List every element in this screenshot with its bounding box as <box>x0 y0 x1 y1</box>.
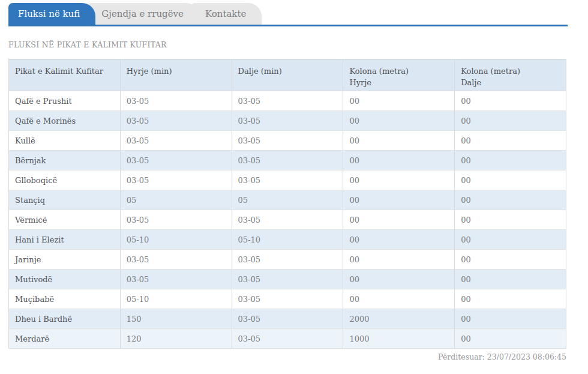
crossing-name-cell: Qafë e Morinës <box>9 111 121 131</box>
table-row: Dheu i Bardhë15003-05200000 <box>9 309 566 329</box>
column-header-crossing-points: Pikat e Kalimit Kufitar <box>9 59 121 91</box>
table-row: Mutivodë03-0503-050000 <box>9 270 566 289</box>
value-cell: 03-05 <box>120 131 232 151</box>
value-cell: 03-05 <box>232 91 343 111</box>
value-cell: 00 <box>455 270 566 289</box>
value-cell: 00 <box>343 151 455 170</box>
value-cell: 00 <box>455 329 566 349</box>
crossing-name-cell: Merdarë <box>9 329 121 349</box>
value-cell: 00 <box>455 190 566 210</box>
page-title: FLUKSI NË PIKAT E KALIMIT KUFITAR <box>8 40 568 49</box>
table-body: Qafë e Prushit03-0503-050000Qafë e Morin… <box>9 91 566 349</box>
crossing-name-cell: Vërmicë <box>9 210 121 230</box>
value-cell: 03-05 <box>232 250 343 270</box>
value-cell: 00 <box>455 91 566 111</box>
value-cell: 00 <box>455 170 566 190</box>
value-cell: 00 <box>455 289 566 309</box>
value-cell: 05 <box>120 190 232 210</box>
table-row: Qafë e Morinës03-0503-050000 <box>9 111 566 131</box>
column-header-queue-entry: Kolona (metra) Hyrje <box>343 59 455 91</box>
value-cell: 00 <box>343 270 455 289</box>
value-cell: 120 <box>120 329 232 349</box>
value-cell: 00 <box>343 210 455 230</box>
table-row: Bërnjak03-0503-050000 <box>9 151 566 170</box>
last-updated-text: Përditesuar: 23/07/2023 08:06:45 <box>8 352 566 361</box>
table-header: Pikat e Kalimit Kufitar Hyrje (min) Dalj… <box>9 59 566 91</box>
value-cell: 03-05 <box>120 170 232 190</box>
value-cell: 03-05 <box>232 289 343 309</box>
tab-label: Fluksi në kufi <box>18 8 80 19</box>
value-cell: 00 <box>343 170 455 190</box>
value-cell: 03-05 <box>120 210 232 230</box>
value-cell: 00 <box>343 131 455 151</box>
value-cell: 00 <box>343 111 455 131</box>
value-cell: 00 <box>455 151 566 170</box>
value-cell: 03-05 <box>232 170 343 190</box>
value-cell: 150 <box>120 309 232 329</box>
crossing-name-cell: Glloboqicë <box>9 170 121 190</box>
tab-kontakte[interactable]: Kontakte <box>191 3 262 25</box>
border-crossings-table: Pikat e Kalimit Kufitar Hyrje (min) Dalj… <box>8 59 566 349</box>
table-row: Glloboqicë03-0503-050000 <box>9 170 566 190</box>
crossing-name-cell: Mutivodë <box>9 270 121 289</box>
value-cell: 03-05 <box>232 210 343 230</box>
value-cell: 03-05 <box>232 309 343 329</box>
table-row: Kullë03-0503-050000 <box>9 131 566 151</box>
value-cell: 05-10 <box>120 230 232 250</box>
value-cell: 2000 <box>343 309 455 329</box>
crossing-name-cell: Stançiq <box>9 190 121 210</box>
value-cell: 00 <box>343 190 455 210</box>
value-cell: 03-05 <box>120 91 232 111</box>
crossing-name-cell: Muçibabë <box>9 289 121 309</box>
value-cell: 03-05 <box>120 111 232 131</box>
tab-gjendja-e-rrugeve[interactable]: Gjendja e rrugëve <box>87 3 199 25</box>
crossing-name-cell: Kullë <box>9 131 121 151</box>
value-cell: 03-05 <box>120 151 232 170</box>
column-header-exit-min: Dalje (min) <box>232 59 343 91</box>
crossing-name-cell: Qafë e Prushit <box>9 91 121 111</box>
value-cell: 00 <box>343 289 455 309</box>
column-header-queue-exit: Kolona (metra) Dalje <box>455 59 566 91</box>
table-row: Hani i Elezit05-1005-100000 <box>9 230 566 250</box>
table-row: Merdarë12003-05100000 <box>9 329 566 349</box>
value-cell: 00 <box>455 210 566 230</box>
value-cell: 00 <box>455 230 566 250</box>
value-cell: 00 <box>343 91 455 111</box>
value-cell: 00 <box>455 111 566 131</box>
value-cell: 00 <box>343 250 455 270</box>
table-row: Stançiq05050000 <box>9 190 566 210</box>
value-cell: 00 <box>343 230 455 250</box>
value-cell: 00 <box>455 309 566 329</box>
value-cell: 03-05 <box>232 270 343 289</box>
table-row: Muçibabë05-1003-050000 <box>9 289 566 309</box>
value-cell: 05-10 <box>120 289 232 309</box>
crossing-name-cell: Bërnjak <box>9 151 121 170</box>
crossing-name-cell: Jarinje <box>9 250 121 270</box>
crossing-name-cell: Hani i Elezit <box>9 230 121 250</box>
table-row: Vërmicë03-0503-050000 <box>9 210 566 230</box>
value-cell: 03-05 <box>232 151 343 170</box>
value-cell: 03-05 <box>120 270 232 289</box>
value-cell: 05 <box>232 190 343 210</box>
value-cell: 05-10 <box>232 230 343 250</box>
tab-fluksi-ne-kufi[interactable]: Fluksi në kufi <box>8 3 95 25</box>
value-cell: 03-05 <box>232 111 343 131</box>
value-cell: 00 <box>455 131 566 151</box>
table-row: Qafë e Prushit03-0503-050000 <box>9 91 566 111</box>
value-cell: 03-05 <box>232 131 343 151</box>
page-content: Fluksi në kufi Gjendja e rrugëve Kontakt… <box>8 0 568 361</box>
table-header-row: Pikat e Kalimit Kufitar Hyrje (min) Dalj… <box>9 59 566 91</box>
value-cell: 1000 <box>343 329 455 349</box>
column-header-entry-min: Hyrje (min) <box>120 59 232 91</box>
crossing-name-cell: Dheu i Bardhë <box>9 309 121 329</box>
value-cell: 00 <box>455 250 566 270</box>
tab-label: Gjendja e rrugëve <box>101 8 184 19</box>
tab-label: Kontakte <box>205 8 246 19</box>
value-cell: 03-05 <box>120 250 232 270</box>
table-row: Jarinje03-0503-050000 <box>9 250 566 270</box>
value-cell: 03-05 <box>232 329 343 349</box>
tab-bar: Fluksi në kufi Gjendja e rrugëve Kontakt… <box>8 0 568 26</box>
